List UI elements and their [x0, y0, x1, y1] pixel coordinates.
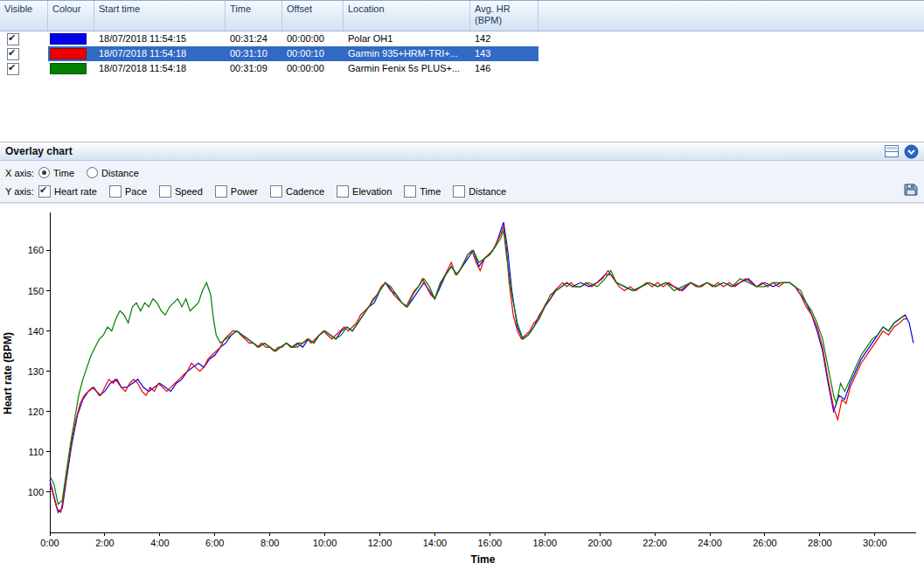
svg-text:160: 160	[28, 245, 44, 255]
colour-swatch[interactable]	[50, 63, 87, 74]
colour-swatch[interactable]	[50, 48, 87, 59]
cell-start-time: 18/07/2018 11:54:18	[94, 46, 226, 61]
xaxis-radio-distance[interactable]: Distance	[87, 167, 139, 178]
save-chart-button[interactable]	[903, 182, 919, 198]
svg-text:140: 140	[28, 326, 44, 337]
cell-location: Polar OH1	[344, 31, 470, 46]
visible-checkbox[interactable]: ✔	[7, 63, 19, 75]
checkbox-icon	[453, 185, 465, 198]
cell-location: Garmin Fenix 5s PLUS+...	[344, 61, 470, 76]
cell-colour	[48, 31, 94, 46]
overlay-chart-canvas[interactable]: 1001101201301401501600:002:004:006:008:0…	[0, 204, 924, 570]
cell-location: Garmin 935+HRM-TRI+...	[344, 46, 470, 61]
col-header-time[interactable]: Time	[226, 1, 282, 31]
x-axis-label: X axis:	[5, 168, 38, 178]
svg-text:12:00: 12:00	[368, 538, 393, 548]
table-empty-area	[0, 76, 924, 142]
col-header-colour[interactable]: Colour	[48, 1, 94, 31]
collapse-panel-icon	[904, 144, 919, 159]
yaxis-checkbox-cadence[interactable]: Cadence	[270, 185, 324, 198]
chart-controls: X axis: Time Distance Y axis: ✔ Heart ra…	[0, 161, 924, 203]
checkbox-icon	[159, 185, 171, 198]
yaxis-checkbox-elevation[interactable]: Elevation	[337, 185, 392, 198]
checkbox-icon	[337, 185, 349, 198]
panel-layout-icon	[885, 145, 899, 157]
col-header-location[interactable]: Location	[344, 1, 470, 31]
panel-layout-button[interactable]	[884, 143, 900, 159]
svg-text:110: 110	[28, 447, 44, 457]
cell-offset: 00:00:00	[282, 61, 344, 76]
checkbox-label: Elevation	[352, 186, 392, 197]
svg-text:16:00: 16:00	[478, 538, 503, 548]
svg-text:26:00: 26:00	[753, 538, 777, 548]
table-row[interactable]: ✔ 18/07/2018 11:54:18 00:31:09 00:00:00 …	[0, 61, 924, 76]
yaxis-checkbox-heart-rate[interactable]: ✔ Heart rate	[38, 185, 97, 198]
col-header-visible[interactable]: Visible	[0, 1, 48, 31]
col-header-filler	[538, 1, 924, 31]
table-header: Visible Colour Start time Time Offset Lo…	[0, 0, 924, 31]
table-row[interactable]: ✔ 18/07/2018 11:54:18 00:31:10 00:00:10 …	[0, 46, 924, 61]
svg-text:150: 150	[28, 286, 44, 296]
cell-offset: 00:00:00	[282, 31, 344, 46]
yaxis-checkbox-time[interactable]: Time	[404, 185, 441, 198]
checkbox-icon	[215, 185, 227, 198]
checkbox-label: Pace	[125, 186, 147, 197]
radio-label: Distance	[101, 168, 139, 178]
y-axis-row: Y axis: ✔ Heart rate Pace Speed Power Ca…	[0, 182, 924, 200]
cell-avg-hr: 143	[470, 46, 538, 61]
radio-icon	[38, 167, 50, 178]
cell-avg-hr: 146	[470, 61, 538, 76]
x-axis-row: X axis: Time Distance	[0, 163, 924, 182]
yaxis-checkbox-distance[interactable]: Distance	[453, 185, 506, 198]
checkbox-icon	[404, 185, 416, 198]
xaxis-radio-time[interactable]: Time	[38, 167, 74, 178]
visible-checkbox[interactable]: ✔	[7, 33, 19, 45]
svg-text:4:00: 4:00	[150, 538, 169, 548]
svg-text:2:00: 2:00	[95, 538, 114, 548]
cell-visible: ✔	[0, 61, 48, 76]
svg-text:28:00: 28:00	[808, 538, 832, 548]
checkbox-icon: ✔	[38, 185, 51, 198]
svg-text:14:00: 14:00	[423, 538, 448, 548]
col-header-start-time[interactable]: Start time	[94, 1, 226, 31]
radio-label: Time	[53, 168, 74, 178]
cell-start-time: 18/07/2018 11:54:15	[94, 31, 226, 46]
cell-time: 00:31:09	[226, 61, 282, 76]
cell-colour	[48, 46, 94, 61]
svg-text:Time: Time	[471, 553, 496, 566]
check-icon: ✔	[8, 61, 16, 73]
svg-text:130: 130	[28, 366, 44, 377]
y-axis-label: Y axis:	[5, 186, 38, 197]
svg-text:30:00: 30:00	[863, 538, 887, 548]
activity-table: Visible Colour Start time Time Offset Lo…	[0, 0, 924, 142]
cell-start-time: 18/07/2018 11:54:18	[94, 61, 226, 76]
colour-swatch[interactable]	[50, 33, 87, 45]
svg-text:22:00: 22:00	[643, 538, 667, 548]
yaxis-checkbox-speed[interactable]: Speed	[159, 185, 203, 198]
collapse-panel-button[interactable]	[903, 143, 919, 159]
cell-time: 00:31:24	[226, 31, 282, 46]
svg-text:18:00: 18:00	[533, 538, 558, 548]
check-icon: ✔	[8, 31, 16, 44]
app-window: Visible Colour Start time Time Offset Lo…	[0, 0, 924, 570]
cell-visible: ✔	[0, 46, 48, 61]
panel-title: Overlay chart	[5, 145, 880, 157]
svg-text:6:00: 6:00	[205, 538, 224, 548]
checkbox-label: Heart rate	[54, 186, 97, 197]
col-header-avg-hr[interactable]: Avg. HR (BPM)	[470, 1, 538, 31]
check-icon: ✔	[8, 46, 16, 59]
checkbox-label: Cadence	[286, 186, 324, 197]
svg-text:Heart rate (BPM): Heart rate (BPM)	[2, 332, 14, 414]
yaxis-checkbox-pace[interactable]: Pace	[109, 185, 147, 198]
yaxis-checkbox-power[interactable]: Power	[215, 185, 258, 198]
svg-text:8:00: 8:00	[261, 538, 279, 548]
col-header-offset[interactable]: Offset	[282, 1, 344, 31]
table-row[interactable]: ✔ 18/07/2018 11:54:15 00:31:24 00:00:00 …	[0, 31, 924, 46]
visible-checkbox[interactable]: ✔	[7, 48, 19, 60]
checkbox-label: Time	[420, 186, 441, 197]
checkbox-label: Power	[231, 186, 258, 197]
cell-offset: 00:00:10	[282, 46, 344, 61]
overlay-chart-area: 1001101201301401501600:002:004:006:008:0…	[0, 203, 924, 570]
svg-text:100: 100	[28, 487, 44, 497]
svg-text:120: 120	[28, 407, 44, 417]
